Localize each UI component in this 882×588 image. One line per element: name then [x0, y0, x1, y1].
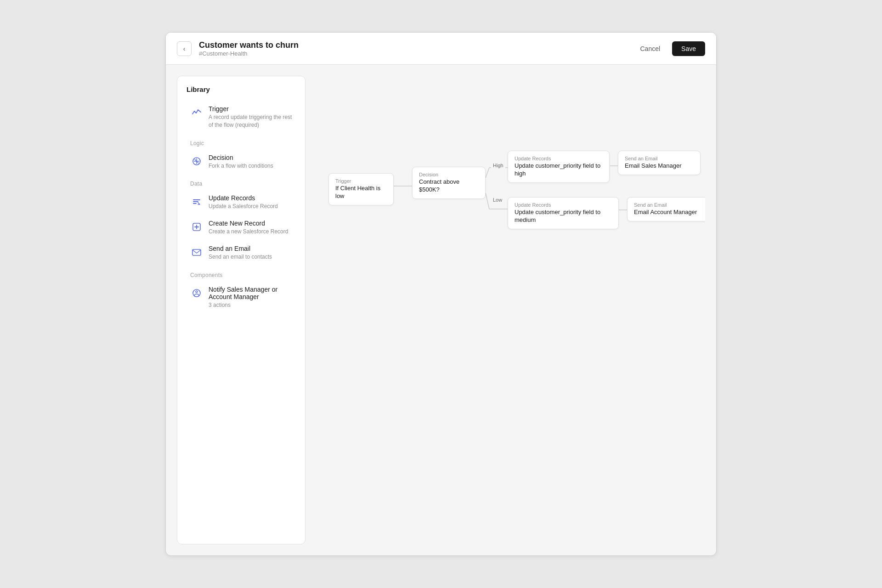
node-email-account[interactable]: Send an Email Email Account Manager [627, 197, 705, 221]
save-button[interactable]: Save [672, 41, 705, 56]
connector-lines [315, 76, 705, 544]
svg-point-12 [196, 291, 198, 293]
decision-desc: Fork a flow with conditions [209, 162, 273, 170]
notify-sales-desc: 3 actions [209, 301, 292, 309]
cancel-button[interactable]: Cancel [633, 41, 667, 56]
update-records-name: Update Records [209, 194, 278, 202]
send-email-icon [190, 246, 203, 259]
library-panel: Library Trigger A record update triggeri… [177, 76, 305, 544]
update-records-icon [190, 195, 203, 208]
svg-line-16 [486, 193, 489, 209]
decision-node-label: Decision [419, 172, 479, 177]
library-item-notify-sales[interactable]: Notify Sales Manager or Account Manager … [187, 281, 296, 314]
node-update-low[interactable]: Update Records Update customer_priority … [508, 197, 619, 229]
email-account-title: Email Account Manager [634, 209, 705, 216]
library-item-trigger[interactable]: Trigger A record update triggering the r… [187, 101, 296, 134]
library-item-decision[interactable]: Decision Fork a flow with conditions [187, 149, 296, 175]
page-subtitle: #Customer-Health [199, 50, 299, 57]
send-email-name: Send an Email [209, 245, 272, 252]
library-item-update-records[interactable]: Update Records Update a Salesforce Recor… [187, 190, 296, 215]
main-container: ‹ Customer wants to churn #Customer-Heal… [165, 32, 717, 556]
email-account-label: Send an Email [634, 202, 705, 208]
header-left: ‹ Customer wants to churn #Customer-Heal… [177, 40, 299, 57]
send-email-desc: Send an email to contacts [209, 253, 272, 261]
branch-low-label: Low [491, 197, 504, 203]
page-title: Customer wants to churn [199, 40, 299, 50]
components-section-label: Components [190, 272, 296, 278]
branch-high-label: High [491, 162, 505, 169]
update-low-label: Update Records [514, 202, 612, 208]
email-sales-title: Email Sales Manager [625, 162, 694, 170]
flow-canvas: High Low Trigger If Client Health is low… [315, 76, 705, 544]
decision-node-title: Contract above $500K? [419, 178, 479, 194]
create-record-desc: Create a new Salesforce Record [209, 228, 288, 236]
create-record-icon [190, 220, 203, 233]
update-high-label: Update Records [514, 156, 603, 161]
trigger-node-title: If Client Health is low [335, 185, 387, 200]
back-button[interactable]: ‹ [177, 41, 192, 56]
decision-icon [190, 155, 203, 168]
email-sales-label: Send an Email [625, 156, 694, 161]
update-low-title: Update customer_priority field to medium [514, 209, 612, 224]
node-update-high[interactable]: Update Records Update customer_priority … [508, 151, 610, 183]
node-trigger[interactable]: Trigger If Client Health is low [328, 173, 394, 205]
svg-rect-10 [192, 249, 201, 255]
update-records-desc: Update a Salesforce Record [209, 203, 278, 210]
header-actions: Cancel Save [633, 41, 705, 56]
decision-name: Decision [209, 154, 273, 161]
trigger-icon [190, 106, 203, 119]
trigger-name: Trigger [209, 105, 292, 113]
node-decision[interactable]: Decision Contract above $500K? [412, 167, 486, 199]
header: ‹ Customer wants to churn #Customer-Heal… [166, 33, 716, 65]
library-item-create-record[interactable]: Create New Record Create a new Salesforc… [187, 215, 296, 240]
library-title: Library [187, 85, 296, 93]
svg-line-14 [486, 168, 489, 178]
node-email-sales[interactable]: Send an Email Email Sales Manager [618, 151, 701, 175]
library-item-send-email[interactable]: Send an Email Send an email to contacts [187, 240, 296, 266]
update-high-title: Update customer_priority field to high [514, 162, 603, 178]
logic-section-label: Logic [190, 140, 296, 147]
create-record-name: Create New Record [209, 220, 288, 227]
trigger-node-label: Trigger [335, 178, 387, 184]
notify-sales-icon [190, 287, 203, 300]
notify-sales-name: Notify Sales Manager or Account Manager [209, 286, 292, 300]
data-section-label: Data [190, 181, 296, 187]
trigger-desc: A record update triggering the rest of t… [209, 113, 292, 129]
content-area: Library Trigger A record update triggeri… [166, 65, 716, 555]
header-info: Customer wants to churn #Customer-Health [199, 40, 299, 57]
